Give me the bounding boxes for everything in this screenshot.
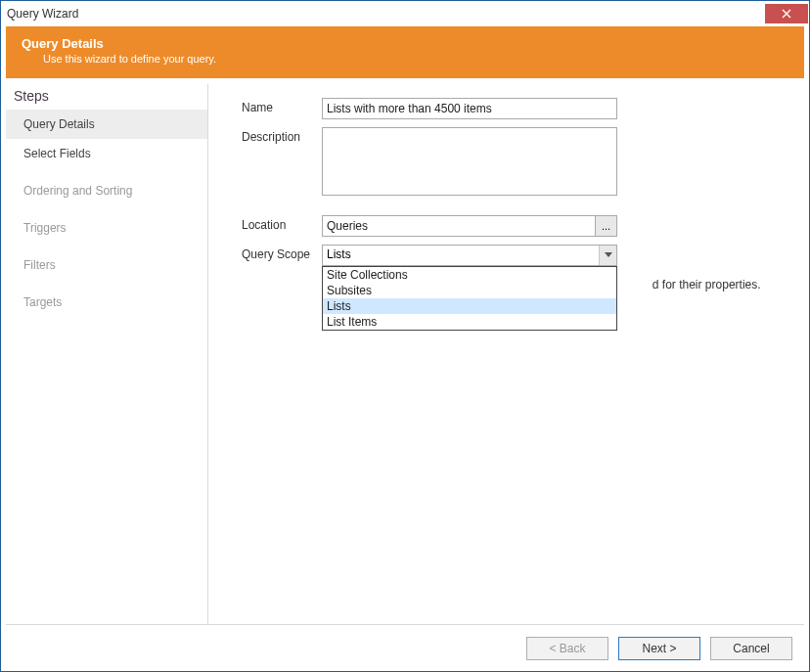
chevron-down-icon <box>599 246 616 265</box>
browse-button[interactable]: ... <box>596 215 617 237</box>
close-icon <box>782 9 791 19</box>
step-query-details[interactable]: Query Details <box>6 110 207 139</box>
scope-label: Query Scope <box>242 245 322 266</box>
banner-title: Query Details <box>22 36 788 51</box>
banner-subtitle: Use this wizard to define your query. <box>43 53 788 65</box>
scope-option-site-collections[interactable]: Site Collections <box>323 267 616 283</box>
body: Steps Query DetailsSelect FieldsOrdering… <box>1 78 809 624</box>
banner: Query Details Use this wizard to define … <box>6 26 804 78</box>
scope-option-list-items[interactable]: List Items <box>323 314 616 330</box>
main-panel: Name Description Location ... Query Scop… <box>208 84 804 624</box>
steps-sidebar: Steps Query DetailsSelect FieldsOrdering… <box>6 84 208 624</box>
window-title: Query Wizard <box>7 7 78 21</box>
scope-dropdown: Site CollectionsSubsitesListsList Items <box>322 266 617 331</box>
step-filters: Filters <box>6 250 207 280</box>
scope-select[interactable]: Lists Site CollectionsSubsitesListsList … <box>322 245 617 266</box>
row-location: Location ... <box>242 215 785 237</box>
row-scope: Query Scope Lists Site CollectionsSubsit… <box>242 245 785 266</box>
name-input[interactable] <box>322 98 617 119</box>
footer: < Back Next > Cancel <box>6 624 804 671</box>
form: Name Description Location ... Query Scop… <box>208 84 804 293</box>
location-label: Location <box>242 215 322 237</box>
step-targets: Targets <box>6 288 207 317</box>
description-label: Description <box>242 127 322 200</box>
step-select-fields[interactable]: Select Fields <box>6 139 207 168</box>
close-button[interactable] <box>765 4 808 23</box>
back-button[interactable]: < Back <box>526 637 608 660</box>
scope-option-subsites[interactable]: Subsites <box>323 283 616 298</box>
query-wizard-window: Query Wizard Query Details Use this wiza… <box>0 0 810 672</box>
scope-value: Lists <box>323 246 599 265</box>
cancel-button[interactable]: Cancel <box>710 637 792 660</box>
sidebar-title: Steps <box>6 84 207 110</box>
step-ordering-and-sorting: Ordering and Sorting <box>6 176 207 205</box>
row-name: Name <box>242 98 785 119</box>
next-button[interactable]: Next > <box>618 637 700 660</box>
name-label: Name <box>242 98 322 119</box>
row-description: Description <box>242 127 785 200</box>
titlebar: Query Wizard <box>1 1 809 26</box>
description-textarea[interactable] <box>322 127 617 196</box>
scope-option-lists[interactable]: Lists <box>323 298 616 314</box>
step-triggers: Triggers <box>6 213 207 243</box>
location-input[interactable] <box>322 215 596 237</box>
